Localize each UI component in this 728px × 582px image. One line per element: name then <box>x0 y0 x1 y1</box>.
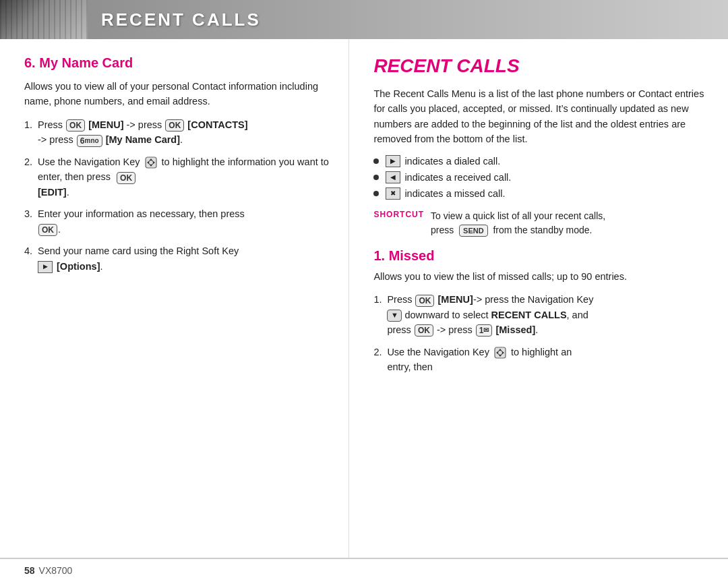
nav-key-icon-2 <box>493 346 507 359</box>
step-2-content: Use the Navigation Key to highlight the … <box>38 154 330 200</box>
missed-icon: ✖ <box>386 187 400 200</box>
left-intro: Allows you to view all of your personal … <box>24 79 330 109</box>
missed-text: indicates a missed call. <box>404 188 505 199</box>
step-2: 2. Use the Navigation Key to highlight t… <box>24 154 330 200</box>
right-column: RECENT CALLS The Recent Calls Menu is a … <box>349 39 728 558</box>
missed-step-2-num: 2. <box>373 345 387 359</box>
received-text: indicates a received call. <box>404 172 511 183</box>
missed-step-1: 1. Press OK [MENU]-> press the Navigatio… <box>373 292 709 337</box>
received-bullet: ◀ indicates a received call. <box>373 171 709 183</box>
shortcut-label: SHORTCUT <box>373 209 424 219</box>
bullet-dot-3 <box>373 191 379 196</box>
right-section-title: RECENT CALLS <box>373 55 709 77</box>
missed-bullet: ✖ indicates a missed call. <box>373 187 709 200</box>
nav-key-icon-1 <box>144 156 158 169</box>
left-section-title: 6. My Name Card <box>24 55 330 71</box>
missed-step-1-content: Press OK [MENU]-> press the Navigation K… <box>387 292 709 337</box>
header-title: RECENT CALLS <box>88 9 261 30</box>
left-steps: 1. Press OK [MENU] -> press OK [CONTACTS… <box>24 117 330 274</box>
ok-key-4: OK <box>38 224 57 236</box>
menu-label-missed: [MENU] <box>438 294 473 305</box>
ok-key-3: OK <box>117 172 135 184</box>
6mno-key: 6mno <box>77 135 102 147</box>
subsection-intro: Allows you to view the list of missed ca… <box>373 269 709 284</box>
step-2-num: 2. <box>24 154 38 169</box>
step-1-num: 1. <box>24 117 38 132</box>
step-1-content: Press OK [MENU] -> press OK [CONTACTS] -… <box>38 117 330 148</box>
ok-key-2: OK <box>165 119 184 132</box>
my-name-card-label: [My Name Card] <box>106 134 180 145</box>
received-icon: ◀ <box>386 171 400 183</box>
dialed-bullet: ▶ indicates a dialed call. <box>373 155 709 167</box>
page-header: RECENT CALLS <box>0 0 728 39</box>
shortcut-text-1: To view a quick list of all your recent … <box>431 210 605 221</box>
step-3: 3. Enter your information as necessary, … <box>24 206 330 237</box>
recent-calls-bold: RECENT CALLS <box>491 310 567 320</box>
shortcut-text: To view a quick list of all your recent … <box>431 209 605 237</box>
step-1: 1. Press OK [MENU] -> press OK [CONTACTS… <box>24 117 330 148</box>
step-4-content: Send your name card using the Right Soft… <box>38 243 330 274</box>
page-number: 58 <box>24 565 35 576</box>
step-3-content: Enter your information as necessary, the… <box>38 206 330 237</box>
1-key-missed: 1✉ <box>476 324 493 337</box>
page-footer: 58 VX8700 <box>0 558 728 582</box>
main-content: 6. My Name Card Allows you to view all o… <box>0 39 728 558</box>
ok-key-1: OK <box>66 119 85 132</box>
send-key: SEND <box>459 225 488 237</box>
ok-key-missed-2: OK <box>415 324 433 337</box>
step-4: 4. Send your name card using the Right S… <box>24 243 330 274</box>
header-image <box>0 0 88 39</box>
shortcut-text-2: press <box>431 225 454 235</box>
missed-step-2: 2. Use the Navigation Key to highlight a… <box>373 345 709 375</box>
nav-down-key: ▼ <box>387 310 402 322</box>
options-soft-key-icon: ▶ <box>38 261 53 273</box>
ok-key-missed-1: OK <box>415 295 434 307</box>
model-name: VX8700 <box>39 565 73 576</box>
left-column: 6. My Name Card Allows you to view all o… <box>0 39 349 558</box>
shortcut-row: SHORTCUT To view a quick list of all you… <box>373 209 709 237</box>
options-label: [Options] <box>57 261 100 272</box>
subsection-title: 1. Missed <box>373 248 709 264</box>
missed-step-1-num: 1. <box>373 292 387 307</box>
right-intro: The Recent Calls Menu is a list of the l… <box>373 86 709 147</box>
missed-steps: 1. Press OK [MENU]-> press the Navigatio… <box>373 292 709 374</box>
step-3-num: 3. <box>24 206 38 221</box>
contacts-label: [CONTACTS] <box>187 119 247 130</box>
bullet-list: ▶ indicates a dialed call. ◀ indicates a… <box>373 155 709 200</box>
bullet-dot-1 <box>373 158 379 164</box>
bullet-dot-2 <box>373 175 379 180</box>
step-4-num: 4. <box>24 243 38 258</box>
missed-bold: [Missed] <box>495 324 535 335</box>
menu-label-1: [MENU] <box>88 119 123 130</box>
shortcut-text-3: from the standby mode. <box>493 225 592 235</box>
missed-step-2-content: Use the Navigation Key to highlight anen… <box>387 345 709 375</box>
dialed-icon: ▶ <box>386 155 400 167</box>
dialed-text: indicates a dialed call. <box>404 156 500 167</box>
edit-label: [EDIT] <box>38 187 67 198</box>
